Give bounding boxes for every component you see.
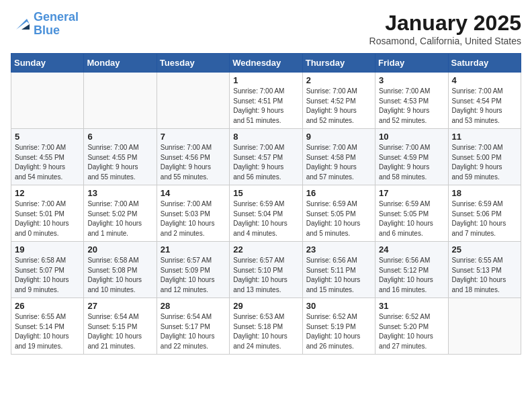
day-info: Sunrise: 7:00 AM Sunset: 4:57 PM Dayligh… bbox=[233, 143, 298, 182]
day-info: Sunrise: 6:57 AM Sunset: 5:09 PM Dayligh… bbox=[161, 256, 226, 295]
day-number: 19 bbox=[15, 244, 80, 255]
calendar-cell bbox=[448, 298, 521, 355]
day-info: Sunrise: 6:53 AM Sunset: 5:18 PM Dayligh… bbox=[233, 312, 298, 351]
title-block: January 2025 Rosamond, California, Unite… bbox=[369, 11, 521, 46]
calendar-cell: 8Sunrise: 7:00 AM Sunset: 4:57 PM Daylig… bbox=[230, 129, 302, 185]
calendar-cell bbox=[157, 73, 229, 129]
calendar-cell: 20Sunrise: 6:58 AM Sunset: 5:08 PM Dayli… bbox=[84, 242, 157, 298]
calendar-cell: 4Sunrise: 7:00 AM Sunset: 4:54 PM Daylig… bbox=[448, 73, 521, 129]
day-number: 24 bbox=[379, 244, 444, 255]
calendar-cell: 11Sunrise: 7:00 AM Sunset: 5:00 PM Dayli… bbox=[448, 129, 521, 185]
day-info: Sunrise: 6:54 AM Sunset: 5:17 PM Dayligh… bbox=[161, 312, 226, 351]
day-number: 17 bbox=[379, 188, 444, 198]
day-info: Sunrise: 6:56 AM Sunset: 5:11 PM Dayligh… bbox=[306, 256, 371, 295]
day-number: 18 bbox=[452, 188, 517, 198]
day-number: 31 bbox=[379, 301, 444, 311]
calendar-cell: 28Sunrise: 6:54 AM Sunset: 5:17 PM Dayli… bbox=[157, 298, 229, 355]
day-info: Sunrise: 7:00 AM Sunset: 4:59 PM Dayligh… bbox=[379, 143, 444, 182]
day-number: 21 bbox=[161, 244, 226, 255]
day-number: 16 bbox=[306, 188, 371, 198]
day-number: 7 bbox=[161, 132, 226, 142]
day-info: Sunrise: 6:59 AM Sunset: 5:05 PM Dayligh… bbox=[379, 199, 444, 238]
calendar-cell: 13Sunrise: 7:00 AM Sunset: 5:02 PM Dayli… bbox=[84, 185, 157, 242]
day-info: Sunrise: 7:00 AM Sunset: 4:54 PM Dayligh… bbox=[452, 87, 517, 126]
weekday-header-wednesday: Wednesday bbox=[230, 54, 302, 73]
calendar-cell: 2Sunrise: 7:00 AM Sunset: 4:52 PM Daylig… bbox=[302, 73, 375, 129]
day-number: 2 bbox=[306, 75, 371, 85]
calendar-cell: 9Sunrise: 7:00 AM Sunset: 4:58 PM Daylig… bbox=[302, 129, 375, 185]
calendar-cell: 1Sunrise: 7:00 AM Sunset: 4:51 PM Daylig… bbox=[230, 73, 302, 129]
logo-icon bbox=[11, 15, 32, 34]
day-number: 9 bbox=[306, 132, 371, 142]
calendar-cell: 31Sunrise: 6:52 AM Sunset: 5:20 PM Dayli… bbox=[375, 298, 448, 355]
calendar-cell: 29Sunrise: 6:53 AM Sunset: 5:18 PM Dayli… bbox=[230, 298, 302, 355]
logo: General Blue bbox=[11, 11, 79, 38]
calendar-cell: 30Sunrise: 6:52 AM Sunset: 5:19 PM Dayli… bbox=[302, 298, 375, 355]
day-info: Sunrise: 7:00 AM Sunset: 4:51 PM Dayligh… bbox=[233, 87, 298, 126]
day-info: Sunrise: 6:58 AM Sunset: 5:07 PM Dayligh… bbox=[15, 256, 80, 295]
calendar-cell: 15Sunrise: 6:59 AM Sunset: 5:04 PM Dayli… bbox=[230, 185, 302, 242]
logo-line2: Blue bbox=[34, 24, 60, 37]
day-number: 1 bbox=[233, 75, 298, 85]
day-info: Sunrise: 6:59 AM Sunset: 5:04 PM Dayligh… bbox=[233, 199, 298, 238]
day-info: Sunrise: 7:00 AM Sunset: 4:55 PM Dayligh… bbox=[15, 143, 80, 182]
day-number: 23 bbox=[306, 244, 371, 255]
calendar-cell: 27Sunrise: 6:54 AM Sunset: 5:15 PM Dayli… bbox=[84, 298, 157, 355]
calendar-cell bbox=[84, 73, 157, 129]
calendar-cell: 25Sunrise: 6:55 AM Sunset: 5:13 PM Dayli… bbox=[448, 242, 521, 298]
day-info: Sunrise: 6:59 AM Sunset: 5:05 PM Dayligh… bbox=[306, 199, 371, 238]
day-number: 28 bbox=[161, 301, 226, 311]
weekday-header-sunday: Sunday bbox=[11, 54, 84, 73]
location: Rosamond, California, United States bbox=[369, 36, 521, 46]
calendar-cell: 17Sunrise: 6:59 AM Sunset: 5:05 PM Dayli… bbox=[375, 185, 448, 242]
calendar-cell: 12Sunrise: 7:00 AM Sunset: 5:01 PM Dayli… bbox=[11, 185, 84, 242]
calendar-week-4: 19Sunrise: 6:58 AM Sunset: 5:07 PM Dayli… bbox=[11, 242, 521, 298]
day-info: Sunrise: 7:00 AM Sunset: 4:58 PM Dayligh… bbox=[306, 143, 371, 182]
day-info: Sunrise: 7:00 AM Sunset: 5:01 PM Dayligh… bbox=[15, 199, 80, 238]
day-number: 4 bbox=[452, 75, 517, 85]
page-header: General Blue January 2025 Rosamond, Cali… bbox=[11, 11, 521, 46]
day-number: 12 bbox=[15, 188, 80, 198]
calendar-cell: 16Sunrise: 6:59 AM Sunset: 5:05 PM Dayli… bbox=[302, 185, 375, 242]
calendar-cell: 10Sunrise: 7:00 AM Sunset: 4:59 PM Dayli… bbox=[375, 129, 448, 185]
calendar-cell: 19Sunrise: 6:58 AM Sunset: 5:07 PM Dayli… bbox=[11, 242, 84, 298]
day-info: Sunrise: 6:57 AM Sunset: 5:10 PM Dayligh… bbox=[233, 256, 298, 295]
day-number: 6 bbox=[87, 132, 152, 142]
calendar-cell: 3Sunrise: 7:00 AM Sunset: 4:53 PM Daylig… bbox=[375, 73, 448, 129]
day-number: 15 bbox=[233, 188, 298, 198]
day-number: 10 bbox=[379, 132, 444, 142]
logo-line1: General bbox=[34, 10, 79, 24]
day-info: Sunrise: 7:00 AM Sunset: 5:03 PM Dayligh… bbox=[161, 199, 226, 238]
day-info: Sunrise: 7:00 AM Sunset: 5:02 PM Dayligh… bbox=[87, 199, 152, 238]
day-info: Sunrise: 6:52 AM Sunset: 5:20 PM Dayligh… bbox=[379, 312, 444, 351]
day-number: 5 bbox=[15, 132, 80, 142]
weekday-header-saturday: Saturday bbox=[448, 54, 521, 73]
calendar-cell: 5Sunrise: 7:00 AM Sunset: 4:55 PM Daylig… bbox=[11, 129, 84, 185]
day-number: 30 bbox=[306, 301, 371, 311]
day-info: Sunrise: 7:00 AM Sunset: 4:53 PM Dayligh… bbox=[379, 87, 444, 126]
day-info: Sunrise: 7:00 AM Sunset: 5:00 PM Dayligh… bbox=[452, 143, 517, 182]
day-number: 26 bbox=[15, 301, 80, 311]
calendar-week-5: 26Sunrise: 6:55 AM Sunset: 5:14 PM Dayli… bbox=[11, 298, 521, 355]
day-info: Sunrise: 6:56 AM Sunset: 5:12 PM Dayligh… bbox=[379, 256, 444, 295]
calendar-table: SundayMondayTuesdayWednesdayThursdayFrid… bbox=[11, 53, 521, 355]
day-info: Sunrise: 6:55 AM Sunset: 5:13 PM Dayligh… bbox=[452, 256, 517, 295]
calendar-cell bbox=[11, 73, 84, 129]
day-info: Sunrise: 6:52 AM Sunset: 5:19 PM Dayligh… bbox=[306, 312, 371, 351]
day-number: 20 bbox=[87, 244, 152, 255]
calendar-cell: 22Sunrise: 6:57 AM Sunset: 5:10 PM Dayli… bbox=[230, 242, 302, 298]
day-number: 11 bbox=[452, 132, 517, 142]
weekday-header-friday: Friday bbox=[375, 54, 448, 73]
calendar-week-1: 1Sunrise: 7:00 AM Sunset: 4:51 PM Daylig… bbox=[11, 73, 521, 129]
weekday-header-tuesday: Tuesday bbox=[157, 54, 229, 73]
day-info: Sunrise: 6:55 AM Sunset: 5:14 PM Dayligh… bbox=[15, 312, 80, 351]
day-number: 8 bbox=[233, 132, 298, 142]
day-info: Sunrise: 6:59 AM Sunset: 5:06 PM Dayligh… bbox=[452, 199, 517, 238]
day-info: Sunrise: 6:58 AM Sunset: 5:08 PM Dayligh… bbox=[87, 256, 152, 295]
logo-text: General Blue bbox=[34, 11, 79, 38]
calendar-cell: 7Sunrise: 7:00 AM Sunset: 4:56 PM Daylig… bbox=[157, 129, 229, 185]
weekday-header-monday: Monday bbox=[84, 54, 157, 73]
month-title: January 2025 bbox=[369, 11, 521, 36]
calendar-cell: 6Sunrise: 7:00 AM Sunset: 4:55 PM Daylig… bbox=[84, 129, 157, 185]
day-number: 14 bbox=[161, 188, 226, 198]
